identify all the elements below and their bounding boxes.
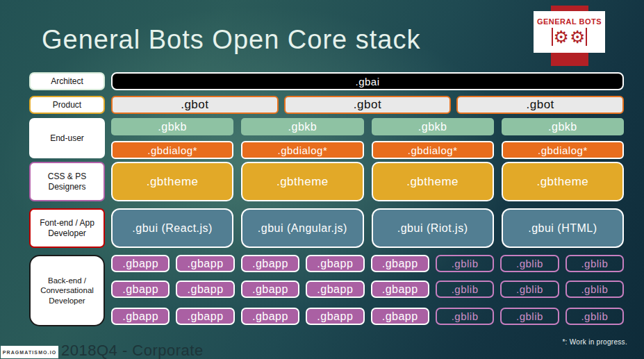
gbapp-box: .gbapp (371, 281, 429, 298)
gbdialog-box: .gbdialog* (502, 141, 624, 159)
gbapp-box: .gbapp (241, 308, 299, 325)
gbapp-box: .gbapp (176, 281, 234, 298)
gbui-box: .gbui (React.js) (111, 208, 233, 248)
logo-wordmark: GENERAL BOTS (537, 17, 602, 26)
gbapp-box: .gbapp (241, 255, 299, 272)
label-frontend-app-developer: Font-end / App Developer (29, 208, 105, 248)
row-gbot: .gbot.gbot.gbot (111, 96, 624, 114)
gblib-box: .gblib (565, 255, 624, 272)
row-gbui: .gbui (React.js).gbui (Angular.js).gbui … (111, 208, 624, 248)
gbui-box: .gbui (Riot.js) (372, 208, 494, 248)
label-backend-conversational-developer: Back-end / Conversational Developer (29, 255, 105, 326)
gbtheme-box: .gbtheme (111, 162, 233, 201)
gbapp-box: .gbapp (306, 255, 364, 272)
label-architect: Architect (29, 72, 105, 90)
row-gbapp-1: .gbapp.gbapp.gbapp.gbapp.gbapp.gblib.gbl… (111, 255, 624, 272)
gbapp-box: .gbapp (306, 281, 364, 298)
gbtheme-box: .gbtheme (502, 162, 624, 201)
work-in-progress-note: *: Work in progress. (562, 338, 627, 346)
gear-bar-left (552, 28, 553, 46)
gblib-box: .gblib (436, 281, 494, 298)
gbot-box: .gbot (111, 96, 279, 114)
gbkb-box: .gbkb (502, 118, 624, 135)
gbapp-box: .gbapp (241, 281, 299, 298)
gbkb-box: .gbkb (111, 118, 233, 135)
gblib-box: .gblib (436, 308, 494, 325)
gblib-box: .gblib (565, 281, 624, 298)
gbdialog-box: .gbdialog* (111, 141, 233, 159)
gbapp-box: .gbapp (111, 308, 170, 325)
gear-icon: ⚙ (554, 28, 569, 46)
gblib-box: .gblib (500, 308, 559, 325)
slide-canvas: General Bots Open Core stack GENERAL BOT… (0, 0, 644, 359)
gbdialog-box: .gbdialog* (372, 141, 494, 159)
gbui-box: .gbui (Angular.js) (241, 208, 363, 248)
gbapp-box: .gbapp (111, 281, 170, 298)
general-bots-logo: GENERAL BOTS ⚙⚙ (534, 11, 605, 53)
gblib-box: .gblib (500, 255, 559, 272)
gbkb-box: .gbkb (372, 118, 494, 135)
page-title: General Bots Open Core stack (42, 25, 420, 55)
gblib-box: .gblib (500, 281, 559, 298)
gblib-box: .gblib (565, 308, 624, 325)
gbapp-box: .gbapp (371, 308, 429, 325)
gbkb-box: .gbkb (241, 118, 363, 135)
row-gbapp-2: .gbapp.gbapp.gbapp.gbapp.gbapp.gblib.gbl… (111, 281, 624, 298)
gbapp-box: .gbapp (371, 255, 429, 272)
gbtheme-box: .gbtheme (241, 162, 363, 201)
gbtheme-box: .gbtheme (372, 162, 494, 201)
row-gbtheme: .gbtheme.gbtheme.gbtheme.gbtheme (111, 162, 624, 201)
row-gbai: .gbai (111, 72, 624, 90)
gblib-box: .gblib (436, 255, 494, 272)
row-gbkb: .gbkb.gbkb.gbkb.gbkb (111, 118, 624, 135)
gbapp-box: .gbapp (306, 308, 364, 325)
gear-bar-right (586, 28, 587, 46)
label-product: Product (29, 96, 105, 114)
gbui-box: .gbui (HTML) (502, 208, 624, 248)
pragmatismo-logo: PRAGMATISMO.IO (1, 346, 58, 358)
gbapp-box: .gbapp (176, 255, 234, 272)
gbdialog-box: .gbdialog* (241, 141, 363, 159)
gbot-box: .gbot (284, 96, 452, 114)
gbai-box: .gbai (111, 72, 624, 90)
gbapp-box: .gbapp (111, 255, 170, 272)
gbot-box: .gbot (456, 96, 624, 114)
row-gbdialog: .gbdialog*.gbdialog*.gbdialog*.gbdialog* (111, 141, 624, 159)
gbapp-box: .gbapp (176, 308, 234, 325)
row-gbapp-3: .gbapp.gbapp.gbapp.gbapp.gbapp.gblib.gbl… (111, 308, 624, 325)
gear-icon: ⚙ (570, 28, 585, 46)
footer-caption: 2018Q4 - Corporate (61, 342, 204, 359)
label-end-user: End-user (29, 118, 105, 158)
gears-icon: ⚙⚙ (552, 26, 588, 47)
label-css-ps-designers: CSS & PS Designers (29, 162, 105, 201)
